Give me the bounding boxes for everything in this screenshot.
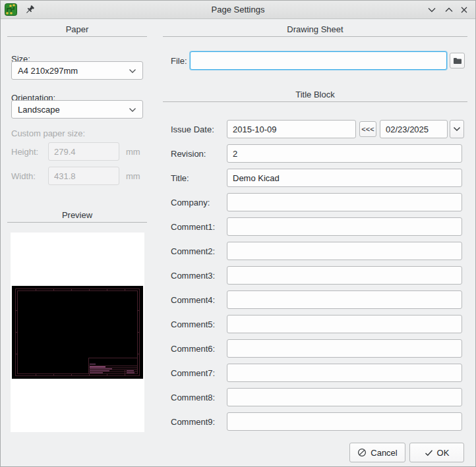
page-preview bbox=[11, 233, 144, 432]
divider bbox=[163, 101, 467, 102]
ok-button-label: OK bbox=[437, 448, 450, 458]
title-input[interactable] bbox=[227, 169, 462, 187]
date-picker-dropdown-button[interactable] bbox=[450, 120, 464, 138]
paper-size-value: A4 210x297mm bbox=[18, 66, 78, 76]
cancel-button[interactable]: Cancel bbox=[349, 443, 405, 462]
comment4-label: Comment4: bbox=[171, 295, 215, 305]
check-icon bbox=[425, 449, 433, 456]
copy-date-button[interactable]: <<< bbox=[359, 121, 376, 137]
title-row: Title: bbox=[163, 169, 467, 187]
comment6-row: Comment6: bbox=[163, 339, 467, 358]
comment1-row: Comment1: bbox=[163, 217, 467, 236]
width-label: Width: bbox=[11, 171, 36, 181]
comment3-row: Comment3: bbox=[163, 266, 467, 285]
drawing-sheet-section-heading: Drawing Sheet bbox=[163, 24, 467, 34]
comment8-row: Comment8: bbox=[163, 388, 467, 406]
comment3-input[interactable] bbox=[227, 266, 462, 285]
preview-section-heading: Preview bbox=[6, 210, 148, 220]
shade-button[interactable] bbox=[427, 5, 437, 14]
company-input[interactable] bbox=[227, 193, 462, 211]
comment7-row: Comment7: bbox=[163, 364, 467, 382]
comment6-input[interactable] bbox=[227, 339, 462, 358]
titlebar[interactable]: Page Settings bbox=[1, 1, 475, 19]
file-input[interactable] bbox=[190, 51, 447, 70]
comment9-label: Comment9: bbox=[171, 417, 215, 427]
height-label: Height: bbox=[11, 147, 38, 157]
window-title: Page Settings bbox=[1, 5, 475, 14]
browse-file-button[interactable] bbox=[450, 53, 465, 69]
title-block-section-heading: Title Block bbox=[163, 90, 467, 99]
revision-input[interactable] bbox=[227, 144, 462, 163]
comment1-input[interactable] bbox=[227, 217, 462, 236]
date-picker-field[interactable]: 02/23/2025 bbox=[380, 120, 448, 138]
height-unit-label: mm bbox=[126, 147, 140, 157]
company-label: Company: bbox=[171, 198, 210, 207]
ok-button[interactable]: OK bbox=[409, 443, 464, 462]
issue-date-input[interactable] bbox=[227, 120, 356, 138]
file-label: File: bbox=[171, 56, 187, 66]
comment7-input[interactable] bbox=[227, 364, 462, 382]
chevron-down-icon bbox=[129, 105, 136, 115]
revision-label: Revision: bbox=[171, 149, 206, 159]
close-icon bbox=[460, 6, 468, 14]
comment2-row: Comment2: bbox=[163, 242, 467, 260]
comment7-label: Comment7: bbox=[171, 368, 215, 378]
comment9-input[interactable] bbox=[227, 412, 462, 431]
cancel-button-label: Cancel bbox=[371, 448, 397, 458]
comment9-row: Comment9: bbox=[163, 412, 467, 431]
comment4-row: Comment4: bbox=[163, 290, 467, 309]
comment4-input[interactable] bbox=[227, 290, 462, 309]
company-row: Company: bbox=[163, 193, 467, 211]
divider bbox=[7, 36, 147, 37]
comment6-label: Comment6: bbox=[171, 344, 215, 354]
date-picker-value: 02/23/2025 bbox=[386, 124, 429, 134]
comment2-label: Comment2: bbox=[171, 246, 215, 256]
drawing-sheet-preview-image bbox=[12, 286, 143, 379]
comment5-input[interactable] bbox=[227, 315, 462, 333]
width-unit-label: mm bbox=[126, 171, 140, 181]
comment5-label: Comment5: bbox=[171, 319, 215, 329]
chevron-down-icon bbox=[453, 126, 461, 132]
paper-size-select[interactable]: A4 210x297mm bbox=[11, 61, 143, 80]
issue-date-label: Issue Date: bbox=[171, 124, 214, 134]
custom-paper-size-label: Custom paper size: bbox=[11, 128, 85, 138]
folder-icon bbox=[453, 57, 462, 65]
height-input bbox=[48, 142, 119, 161]
close-button[interactable] bbox=[459, 5, 469, 14]
orientation-select[interactable]: Landscape bbox=[11, 100, 143, 119]
chevron-down-icon bbox=[129, 66, 136, 76]
paper-section-heading: Paper bbox=[6, 24, 148, 34]
width-input bbox=[48, 167, 119, 185]
cancel-slash-icon bbox=[357, 448, 367, 457]
comment3-label: Comment3: bbox=[171, 271, 215, 281]
divider bbox=[7, 222, 147, 223]
chevron-up-icon bbox=[444, 7, 454, 13]
revision-row: Revision: bbox=[163, 144, 467, 163]
comment5-row: Comment5: bbox=[163, 315, 467, 333]
chevron-down-icon bbox=[427, 7, 436, 13]
maximize-button[interactable] bbox=[444, 5, 454, 14]
page-settings-dialog: Page Settings Paper Size: A4 210x297mm O… bbox=[0, 0, 476, 467]
comment8-label: Comment8: bbox=[171, 393, 215, 402]
title-label: Title: bbox=[171, 173, 189, 183]
comment2-input[interactable] bbox=[227, 242, 462, 260]
orientation-value: Landscape bbox=[18, 105, 60, 115]
divider bbox=[163, 36, 467, 37]
comment8-input[interactable] bbox=[227, 388, 462, 406]
comment1-label: Comment1: bbox=[171, 222, 215, 232]
